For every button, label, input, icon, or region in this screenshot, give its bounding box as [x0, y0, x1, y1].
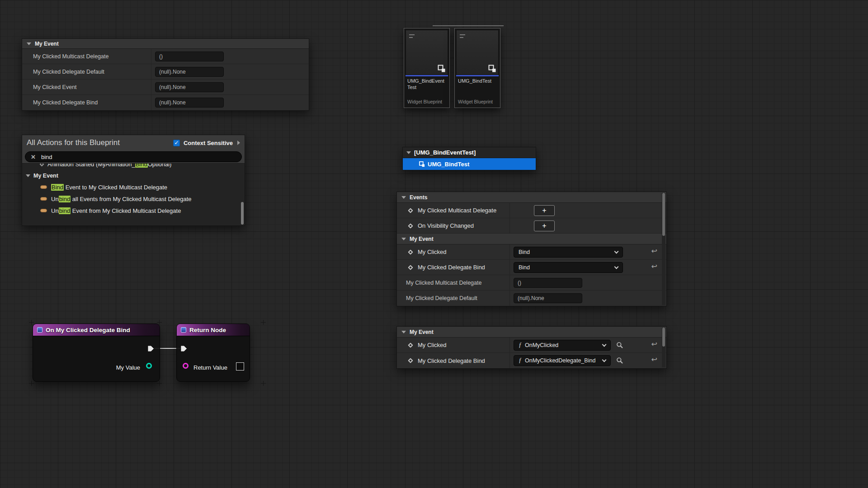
- collapse-arrow-icon: [406, 151, 411, 154]
- scrollbar-thumb[interactable]: [241, 202, 244, 225]
- node-header[interactable]: On My Clicked Delegate Bind: [33, 324, 160, 336]
- hierarchy-root-row[interactable]: [UMG_BindEventTest]: [403, 147, 536, 158]
- event-node-on-my-clicked-delegate-bind[interactable]: On My Clicked Delegate Bind My Value: [33, 324, 160, 382]
- bind-dropdown[interactable]: Bind: [514, 247, 623, 258]
- property-label: My Clicked Multicast Delegate: [33, 53, 108, 60]
- action-text: Bind Event to My Clicked Multicast Deleg…: [51, 184, 167, 191]
- collapse-arrow-icon: [401, 238, 406, 240]
- asset-thumbnail: [456, 30, 499, 75]
- pin-label: Return Value: [193, 364, 227, 371]
- return-node[interactable]: Return Node Return Value: [176, 324, 250, 382]
- property-value-field[interactable]: (): [514, 278, 582, 288]
- match-highlight: Bind: [51, 184, 64, 191]
- grid-cross: [261, 320, 266, 325]
- property-label: My Clicked Delegate Default: [406, 295, 477, 301]
- node-header[interactable]: Return Node: [177, 324, 250, 336]
- event-label-cell: My Clicked Delegate Bind: [397, 260, 510, 275]
- node-title: On My Clicked Delegate Bind: [46, 327, 130, 333]
- action-search-row: ✕ bind: [22, 150, 245, 163]
- property-label-cell: My Clicked Delegate Bind: [22, 95, 151, 110]
- grid-cross: [261, 381, 266, 386]
- collapse-arrow-icon: [401, 331, 406, 333]
- bool-default-checkbox[interactable]: [236, 362, 244, 371]
- action-text: Animation Started (MyAnimation_BindOptio…: [47, 164, 171, 168]
- match-highlight: Bind: [135, 164, 148, 168]
- property-row: My Clicked Delegate Bind (null).None: [22, 95, 309, 110]
- reset-to-default-button[interactable]: ↩: [651, 248, 657, 255]
- chevron-down-icon: [614, 249, 619, 253]
- action-category-my-event[interactable]: My Event: [22, 170, 245, 181]
- property-value-field[interactable]: (null).None: [155, 82, 224, 92]
- hierarchy-selected-row[interactable]: UMG_BindTest: [403, 158, 536, 170]
- property-label: My Clicked Event: [33, 84, 77, 90]
- actions-menu-titlebar[interactable]: All Actions for this Blueprint ✓ Context…: [22, 135, 245, 150]
- action-item-bind-event[interactable]: Bind Event to My Clicked Multicast Deleg…: [22, 181, 245, 193]
- reset-to-default-button[interactable]: ↩: [651, 263, 657, 270]
- event-label: My Clicked: [418, 249, 447, 255]
- action-item-unbind-event[interactable]: Unbind Event from My Clicked Multicast D…: [22, 205, 245, 216]
- expand-options-icon[interactable]: [237, 141, 240, 145]
- match-highlight: bind: [59, 207, 71, 214]
- grid-cross: [157, 381, 162, 386]
- return-node-icon: [181, 327, 186, 333]
- action-search-input[interactable]: ✕ bind: [25, 151, 242, 162]
- thumbnail-detail: [409, 37, 413, 38]
- scrollbar-thumb[interactable]: [662, 328, 665, 347]
- browse-function-button[interactable]: [616, 357, 623, 364]
- event-label-cell: My Clicked: [397, 244, 510, 259]
- property-value-field[interactable]: (null).None: [155, 98, 224, 108]
- events-section-header[interactable]: Events: [397, 192, 666, 203]
- asset-type: Widget Blueprint: [406, 99, 448, 106]
- exec-input-pin[interactable]: [180, 345, 188, 352]
- blueprint-editor: My Event My Clicked Multicast Delegate (…: [0, 0, 868, 488]
- scrollbar-track[interactable]: [662, 193, 665, 305]
- clear-search-icon[interactable]: ✕: [31, 154, 36, 160]
- property-value-field[interactable]: (null).None: [155, 67, 224, 77]
- property-label-cell: My Clicked Delegate Default: [22, 64, 151, 79]
- collapse-arrow-icon: [27, 42, 31, 45]
- event-label: My Clicked Delegate Bind: [418, 357, 485, 364]
- event-dispatcher-icon: [408, 358, 413, 363]
- value-output-pin[interactable]: [146, 363, 152, 369]
- event-bind-row: My Clicked Delegate Bind Bind ↩: [397, 260, 666, 275]
- property-value-field[interactable]: (null).None: [514, 293, 582, 303]
- event-label: My Clicked: [418, 342, 447, 348]
- reset-to-default-button[interactable]: ↩: [651, 341, 657, 348]
- scrollbar-track[interactable]: [662, 328, 665, 367]
- scrollbar-thumb[interactable]: [662, 193, 665, 236]
- browse-function-button[interactable]: [616, 342, 623, 349]
- action-item-animation-started[interactable]: Animation Started (MyAnimation_BindOptio…: [22, 164, 245, 170]
- function-dropdown[interactable]: ƒ OnMyClicked: [514, 340, 611, 351]
- add-event-button[interactable]: +: [534, 205, 555, 216]
- context-sensitive-checkbox[interactable]: ✓: [173, 140, 180, 146]
- hierarchy-root-label: [UMG_BindEventTest]: [414, 149, 476, 156]
- event-label-cell: On Visibility Changed: [397, 218, 510, 233]
- event-icon: [40, 164, 44, 166]
- widget-hierarchy-panel: [UMG_BindEventTest] UMG_BindTest: [402, 147, 536, 170]
- section-title: My Event: [35, 41, 59, 47]
- thumbnail-detail: [409, 34, 415, 35]
- event-dispatcher-icon: [408, 223, 413, 228]
- my-event-section-header[interactable]: My Event: [397, 327, 666, 338]
- clipped-action-row: Animation Started (MyAnimation_BindOptio…: [22, 164, 245, 170]
- thumbnail-detail: [460, 37, 463, 38]
- event-dispatcher-icon: [408, 343, 413, 347]
- function-dropdown[interactable]: ƒ OnMyClickedDelegate_Bind: [514, 355, 611, 366]
- action-item-unbind-all[interactable]: Unbind all Events from My Clicked Multic…: [22, 193, 245, 205]
- my-event-section-header[interactable]: My Event: [397, 234, 666, 244]
- asset-card-umg-bindeventtest[interactable]: UMG_BindEventTest Widget Blueprint: [404, 28, 450, 108]
- bind-dropdown[interactable]: Bind: [514, 262, 623, 273]
- details-panel-bound-functions: My Event My Clicked ƒ OnMyClicked ↩: [396, 326, 667, 369]
- blueprint-actions-menu: All Actions for this Blueprint ✓ Context…: [22, 135, 245, 226]
- section-header-my-event[interactable]: My Event: [22, 39, 309, 49]
- property-value-field[interactable]: (): [155, 52, 224, 61]
- asset-card-umg-bindtest[interactable]: UMG_BindTest Widget Blueprint: [454, 28, 500, 108]
- reset-to-default-button[interactable]: ↩: [651, 356, 657, 363]
- action-list: Animation Started (MyAnimation_BindOptio…: [22, 163, 245, 225]
- event-label-cell: My Clicked Multicast Delegate: [397, 203, 510, 218]
- context-sensitive-label: Context Sensitive: [184, 140, 233, 146]
- function-icon: ƒ: [519, 342, 522, 349]
- value-input-pin[interactable]: [183, 363, 189, 369]
- add-event-button[interactable]: +: [534, 221, 555, 231]
- exec-output-pin[interactable]: [147, 345, 155, 352]
